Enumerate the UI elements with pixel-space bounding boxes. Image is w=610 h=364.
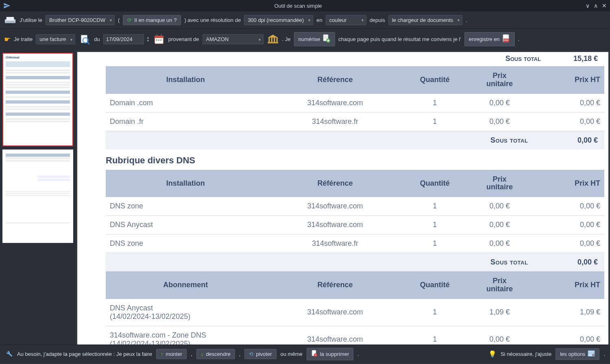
- rotate-icon: ⟲: [249, 351, 253, 357]
- table-row: DNS zone 314software.fr 1 0,00 € 0,00 €: [106, 234, 604, 253]
- move-down-button[interactable]: ↓ descendre: [196, 349, 235, 359]
- toolbar-row-2: ☛ Je traite une facture du 17/09/2024 ▲▼…: [0, 29, 610, 50]
- col-prix-unitaire: Prixunitaire: [465, 66, 535, 94]
- source-select[interactable]: le chargeur de documents: [388, 15, 462, 25]
- col-reference: Référence: [265, 271, 405, 299]
- subtotal-row: Sous total 0,00 €: [106, 131, 604, 150]
- table-row: DNS zone 314software.com 1 0,00 € 0,00 €: [106, 197, 604, 216]
- process-label: Je traite: [14, 36, 33, 42]
- col-prix-ht: Prix HT: [534, 170, 604, 197]
- dot-1: .: [466, 17, 467, 23]
- refresh-icon: ⟳: [127, 17, 132, 23]
- thumbnail-sidebar: OVHcloud: [0, 50, 76, 344]
- resolution-label: ) avec une résolution de: [184, 17, 241, 23]
- svg-rect-3: [81, 35, 87, 43]
- need-label: Au besoin, j'adapte la page sélectionnée…: [17, 351, 152, 357]
- wrench-icon: [5, 349, 13, 359]
- close-icon[interactable]: ✕: [602, 2, 607, 9]
- calendar-icon[interactable]: [153, 34, 165, 45]
- dot-sb-2: .: [603, 351, 605, 357]
- svg-rect-11: [158, 39, 159, 41]
- col-quantite: Quantité: [405, 66, 465, 94]
- minimize-icon[interactable]: ∨: [586, 2, 590, 9]
- bank-icon: [267, 34, 279, 45]
- resolution-select[interactable]: 300 dpi (recommandée): [244, 15, 313, 25]
- svg-rect-17: [276, 37, 277, 42]
- abonnement-table: Abonnement Référence Quantité Prixunitai…: [106, 271, 604, 344]
- col-prix-unitaire: Prixunitaire: [465, 170, 535, 197]
- lightbulb-icon: 💡: [488, 350, 497, 358]
- col-reference: Référence: [265, 170, 405, 197]
- svg-rect-9: [161, 34, 161, 37]
- col-prix-ht: Prix HT: [534, 66, 604, 94]
- page-thumbnail-1[interactable]: OVHcloud: [2, 53, 73, 146]
- svg-rect-16: [274, 37, 275, 42]
- doc-type-select[interactable]: une facture: [36, 34, 75, 44]
- table-row: DNS Anycast(14/02/2024-13/02/2025) 314so…: [106, 299, 604, 326]
- top-subtotal-label: Sous total: [505, 54, 541, 63]
- je-label: . Je: [282, 36, 291, 42]
- installation-table-1: Installation Référence Quantité Prixunit…: [106, 66, 604, 150]
- maximize-icon[interactable]: ∧: [594, 2, 598, 9]
- scanner-select[interactable]: Brother DCP-9020CDW: [46, 15, 115, 25]
- col-reference: Référence: [265, 66, 405, 94]
- svg-rect-14: [268, 37, 270, 42]
- or-label: ou même: [281, 351, 303, 357]
- svg-rect-7: [155, 36, 163, 38]
- date-spinner[interactable]: ▲▼: [146, 36, 150, 43]
- svg-marker-13: [268, 35, 278, 38]
- scan-button[interactable]: numérise: [294, 32, 335, 46]
- arrow-up-icon: ↑: [161, 351, 163, 357]
- col-prix-ht: Prix HT: [534, 271, 604, 299]
- col-abonnement: Abonnement: [106, 271, 265, 299]
- svg-rect-15: [271, 37, 272, 42]
- options-panel-icon: [588, 350, 595, 358]
- hand-point-icon: ☛: [4, 35, 11, 44]
- vendor-select[interactable]: AMAZON: [203, 34, 264, 44]
- missing-scanner-button[interactable]: ⟳ Il en manque un ?: [123, 15, 181, 25]
- svg-text:PDF: PDF: [504, 39, 509, 41]
- app-icon: [3, 2, 11, 9]
- scanned-page: Sous total 15,18 € Installation Référenc…: [77, 52, 608, 344]
- magnifier-doc-icon: [78, 34, 91, 45]
- svg-rect-10: [156, 39, 157, 41]
- svg-rect-8: [156, 34, 157, 37]
- col-prix-unitaire: Prixunitaire: [465, 271, 535, 299]
- save-pdf-button[interactable]: enregistre en PDF: [464, 32, 515, 46]
- rotate-button[interactable]: ⟲ pivoter: [244, 349, 276, 359]
- dot-2: .: [518, 36, 520, 42]
- use-label: J'utilise le: [20, 17, 42, 23]
- section-dns-title: Rubrique divers DNS: [106, 150, 604, 170]
- scanner-device-icon: [4, 15, 16, 25]
- svg-rect-2: [6, 22, 15, 22]
- window-title: Outil de scan simple: [11, 3, 586, 9]
- date-input[interactable]: 17/09/2024: [103, 34, 144, 44]
- du-label: du: [94, 36, 100, 42]
- comma-1: ,: [191, 351, 192, 357]
- page-preview[interactable]: Sous total 15,18 € Installation Référenc…: [76, 50, 610, 344]
- arrow-down-icon: ↓: [201, 351, 204, 357]
- color-select[interactable]: couleur: [326, 15, 366, 25]
- svg-line-5: [87, 42, 89, 44]
- titlebar: Outil de scan simple ∨ ∧ ✕: [0, 0, 610, 11]
- adjust-label: Si nécessaire, j'ajuste: [501, 351, 551, 357]
- options-button[interactable]: les options: [556, 348, 599, 360]
- col-quantite: Quantité: [405, 271, 465, 299]
- installation-table-2: Installation Référence Quantité Prixunit…: [106, 170, 604, 272]
- statusbar: Au besoin, j'adapte la page sélectionnée…: [0, 344, 610, 363]
- subtotal-row: Sous total 0,00 €: [106, 253, 604, 272]
- col-quantite: Quantité: [405, 170, 465, 197]
- pdf-icon: PDF: [502, 34, 510, 44]
- delete-button[interactable]: la supprimer: [307, 348, 354, 360]
- svg-rect-1: [7, 17, 14, 20]
- col-installation: Installation: [106, 66, 265, 94]
- each-page-label: chaque page puis quand le résultat me co…: [338, 36, 461, 42]
- page-thumbnail-2[interactable]: [2, 150, 73, 243]
- page-add-icon: [322, 34, 331, 44]
- col-installation: Installation: [106, 170, 265, 197]
- svg-rect-18: [268, 42, 278, 43]
- move-up-button[interactable]: ↑ monter: [156, 349, 187, 359]
- delete-page-icon: [311, 350, 318, 358]
- toolbar-row-1: J'utilise le Brother DCP-9020CDW ( ⟳ Il …: [0, 11, 610, 29]
- table-row: Domain .com 314software.com 1 0,00 € 0,0…: [106, 94, 604, 113]
